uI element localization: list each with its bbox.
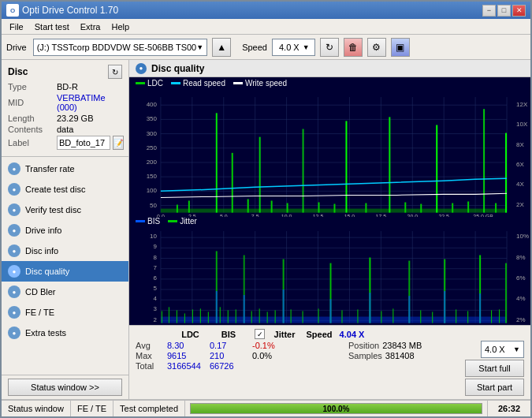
disc-refresh-button[interactable]: ↻ — [108, 65, 122, 79]
speed-select-stats[interactable]: 4.0 X ▼ — [481, 341, 524, 358]
svg-text:250: 250 — [147, 144, 158, 151]
minimize-button[interactable]: − — [482, 5, 496, 17]
progress-bar: 100.0% — [190, 403, 482, 414]
drive-label: Drive — [6, 43, 27, 52]
close-button[interactable]: ✕ — [512, 5, 526, 17]
chart-header: ● Disc quality — [129, 60, 530, 77]
ldc-label: LDC — [147, 79, 163, 88]
sidebar-item-verify-test-disc[interactable]: ● Verify test disc — [2, 200, 128, 220]
disc-mid-key: MID — [8, 98, 57, 107]
bot-chart-svg: 10 9 8 7 6 5 4 3 2 10% 8% 6% 4% — [129, 227, 530, 325]
svg-text:2.5: 2.5 — [188, 214, 196, 217]
svg-text:7.5: 7.5 — [251, 323, 259, 325]
total-key: Total — [136, 361, 164, 371]
svg-text:4%: 4% — [516, 295, 526, 302]
svg-rect-130 — [259, 308, 260, 323]
svg-rect-59 — [365, 203, 366, 212]
sidebar-item-label: Extra tests — [25, 328, 66, 338]
sidebar-item-label: Create test disc — [25, 185, 85, 194]
menu-bar: File Start test Extra Help — [2, 19, 530, 35]
sidebar-item-label: CD Bler — [25, 287, 56, 297]
svg-rect-129 — [251, 311, 252, 323]
sidebar-item-disc-quality[interactable]: ● Disc quality — [2, 261, 128, 282]
refresh-speed-button[interactable]: ↻ — [320, 38, 339, 57]
maximize-button[interactable]: □ — [497, 5, 511, 17]
extra-tests-icon: ● — [8, 327, 20, 339]
disc-label-input[interactable] — [57, 136, 110, 150]
svg-rect-57 — [333, 204, 335, 213]
sidebar-item-extra-tests[interactable]: ● Extra tests — [2, 323, 128, 343]
sidebar-item-cd-bler[interactable]: ● CD Bler — [2, 282, 128, 302]
speed-selector[interactable]: 4.0 X ▼ — [272, 39, 315, 56]
erase-button[interactable]: 🗑 — [344, 38, 363, 57]
sidebar-nav: ● Transfer rate ● Create test disc ● Ver… — [2, 157, 128, 375]
sidebar-item-create-test-disc[interactable]: ● Create test disc — [2, 179, 128, 200]
jitter-checkbox[interactable]: ✓ — [255, 329, 265, 339]
sidebar-item-fe-te[interactable]: ● FE / TE — [2, 302, 128, 323]
sidebar-item-disc-info[interactable]: ● Disc info — [2, 241, 128, 261]
bd-button[interactable]: ▣ — [391, 38, 410, 57]
svg-text:6: 6 — [153, 274, 157, 281]
top-chart-legend: LDC Read speed Write speed — [129, 77, 530, 89]
settings-button[interactable]: ⚙ — [367, 38, 386, 57]
menu-extra[interactable]: Extra — [76, 21, 106, 32]
svg-text:2.5: 2.5 — [188, 323, 196, 325]
svg-text:20.0: 20.0 — [407, 214, 419, 217]
svg-rect-50 — [232, 153, 233, 213]
menu-start-test[interactable]: Start test — [30, 21, 74, 32]
jitter-col-header: Jitter — [265, 330, 304, 339]
svg-rect-121 — [192, 309, 193, 323]
svg-rect-154 — [244, 295, 245, 323]
svg-text:0.0: 0.0 — [157, 214, 165, 217]
svg-rect-135 — [303, 311, 303, 323]
svg-text:150: 150 — [147, 173, 158, 180]
svg-rect-118 — [169, 307, 169, 323]
svg-rect-141 — [381, 311, 381, 323]
svg-rect-127 — [236, 309, 236, 323]
svg-text:7: 7 — [153, 263, 157, 271]
svg-rect-62 — [420, 204, 422, 213]
svg-rect-55 — [303, 129, 304, 213]
svg-rect-157 — [369, 293, 370, 323]
sidebar: Disc ↻ Type BD-R MID VERBATIMe (000) Len… — [2, 60, 129, 399]
svg-text:15.0: 15.0 — [344, 214, 355, 217]
svg-text:400: 400 — [147, 101, 158, 108]
disc-info-icon: ● — [8, 244, 20, 257]
svg-text:17.5: 17.5 — [376, 323, 387, 325]
svg-text:3: 3 — [153, 305, 157, 312]
svg-rect-53 — [271, 200, 273, 212]
disc-label-edit-button[interactable]: 📝 — [113, 136, 124, 150]
disc-label: Disc — [8, 66, 28, 77]
disc-mid-val: VERBATIMe (000) — [57, 93, 122, 112]
start-full-button[interactable]: Start full — [465, 360, 524, 377]
svg-text:12X: 12X — [516, 101, 528, 108]
status-window-button[interactable]: Status window >> — [8, 379, 122, 396]
svg-rect-151 — [499, 309, 500, 323]
bis-legend: BIS — [136, 217, 160, 226]
svg-rect-153 — [216, 291, 218, 323]
menu-file[interactable]: File — [5, 21, 28, 32]
disc-quality-icon: ● — [8, 265, 20, 278]
status-bar: Status window FE / TE Test completed 100… — [2, 399, 530, 416]
sidebar-status-area: Status window >> — [2, 375, 128, 399]
disc-contents-key: Contents — [8, 125, 57, 134]
svg-text:10%: 10% — [516, 233, 529, 240]
svg-rect-119 — [177, 310, 177, 323]
chart-title: Disc quality — [151, 63, 204, 74]
sidebar-item-label: FE / TE — [25, 308, 54, 317]
sidebar-item-transfer-rate[interactable]: ● Transfer rate — [2, 159, 128, 179]
sidebar-item-drive-info[interactable]: ● Drive info — [2, 220, 128, 241]
app-window: O Opti Drive Control 1.70 − □ ✕ File Sta… — [0, 0, 532, 418]
svg-text:12.5: 12.5 — [313, 214, 324, 217]
eject-button[interactable]: ▲ — [212, 38, 231, 57]
start-part-button[interactable]: Start part — [465, 379, 524, 396]
svg-rect-68 — [505, 133, 507, 213]
speed-col-header: Speed — [304, 330, 334, 339]
svg-text:350: 350 — [147, 115, 158, 122]
menu-help[interactable]: Help — [106, 21, 134, 32]
svg-rect-144 — [420, 310, 421, 323]
drive-selector[interactable]: (J:) TSSTcorp BDDVDW SE-506BB TS00 ▼ — [33, 39, 207, 56]
read-speed-label: Read speed — [183, 79, 225, 88]
svg-rect-51 — [247, 199, 249, 212]
bis-col-header: BIS — [212, 330, 245, 339]
